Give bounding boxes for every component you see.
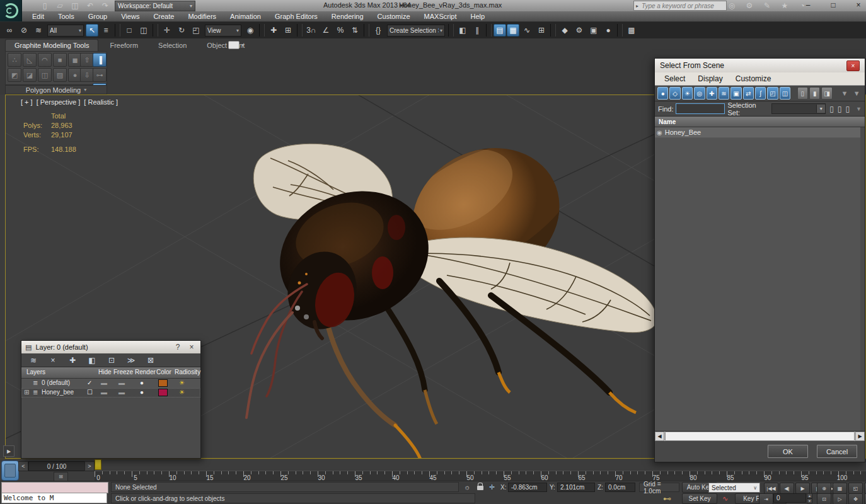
modifier-b-icon[interactable]: ◫ <box>38 68 52 82</box>
display-space-warps-icon[interactable]: ≋ <box>719 87 729 100</box>
material-editor-icon[interactable]: ◆ <box>558 24 572 37</box>
select-and-move-icon[interactable]: ✛ <box>160 24 174 37</box>
display-containers-icon[interactable]: ◰ <box>767 87 778 100</box>
layer-name[interactable]: Honey_bee <box>42 389 74 396</box>
transform-gizmo-icon[interactable]: ✛ <box>489 483 495 491</box>
scroll-left-icon[interactable]: ◀ <box>655 432 664 441</box>
selection-set-dropdown[interactable]: ▾ <box>771 103 826 114</box>
scroll-right-icon[interactable]: ▶ <box>855 432 865 441</box>
border-mode-icon[interactable]: ◠ <box>38 53 52 67</box>
minimize-button[interactable]: – <box>802 1 814 9</box>
display-frozen-icon[interactable]: ◫ <box>780 87 790 100</box>
infocenter-search[interactable]: ▸ <box>633 1 727 11</box>
open-file-icon[interactable]: ▱ <box>53 0 67 12</box>
ribbon-tab-selection[interactable]: Selection <box>149 40 195 51</box>
subscription-wrench-icon[interactable]: ⚙ <box>742 0 756 12</box>
filter-combinations-icon[interactable]: ▼ <box>839 87 850 100</box>
scene-menu-display[interactable]: Display <box>692 74 728 83</box>
key-mode-toggle-icon[interactable]: ⇥ <box>759 493 773 504</box>
keyboard-shortcut-override-icon[interactable]: ⊞ <box>281 24 295 37</box>
selection-set-filter-dropdown[interactable]: Selected ∨ <box>708 483 760 493</box>
scene-horizontal-scrollbar[interactable]: ◀ ▶ <box>655 431 865 441</box>
new-file-icon[interactable]: ▯ <box>38 0 52 12</box>
layer-color-swatch[interactable] <box>158 389 168 396</box>
spinner-up-icon[interactable]: ▲ <box>807 493 812 498</box>
display-groups-icon[interactable]: ▣ <box>730 87 741 100</box>
display-shapes-icon[interactable]: ◇ <box>669 87 680 100</box>
menu-item-views[interactable]: Views <box>114 11 146 22</box>
maxscript-macro-recorder[interactable] <box>1 482 108 493</box>
y-coordinate-field[interactable]: 2.101cm <box>557 483 595 492</box>
pan-view-icon[interactable]: ✥ <box>848 493 863 504</box>
zoom-extents-icon[interactable]: ◱ <box>848 483 863 494</box>
scene-list-item[interactable]: ◉Honey_Bee <box>655 127 860 138</box>
scene-list-header[interactable]: Name <box>655 117 865 127</box>
go-to-start-icon[interactable]: |◀◀ <box>764 483 778 494</box>
scene-menu-customize[interactable]: Customize <box>730 74 777 83</box>
display-bones-icon[interactable]: ʃ <box>755 87 766 100</box>
use-soft-selection-icon[interactable]: ▐ <box>93 53 107 67</box>
menu-item-group[interactable]: Group <box>81 11 115 22</box>
undo-icon[interactable]: ↶ <box>83 0 97 12</box>
layer-column-color[interactable]: Color <box>156 369 171 375</box>
more-options-icon[interactable]: ▼ <box>856 106 862 112</box>
menu-item-animation[interactable]: Animation <box>223 11 268 22</box>
set-key-button[interactable]: Set Key <box>682 493 717 504</box>
polygon-modeling-panel-title[interactable]: Polygon Modeling ▾ <box>5 85 107 94</box>
menu-item-help[interactable]: Help <box>464 11 492 22</box>
menu-item-maxscript[interactable]: MAXScript <box>417 11 464 22</box>
ribbon-config-button[interactable]: ▾ <box>228 40 245 49</box>
create-new-layer-icon[interactable]: ≋ <box>26 354 40 367</box>
display-xrefs-icon[interactable]: ⇄ <box>743 87 754 100</box>
ribbon-tab-freeform[interactable]: Freeform <box>101 40 147 51</box>
graphite-ribbon-toggle-icon[interactable]: ▦ <box>507 24 519 37</box>
previous-frame-icon[interactable]: ◀| <box>780 483 794 494</box>
modifier-a-icon[interactable]: ◪ <box>23 68 37 82</box>
render-setup-icon[interactable]: ⚙ <box>572 24 586 37</box>
layer-expander-icon[interactable]: ⊞ <box>24 389 29 396</box>
frame-indicator[interactable]: 0 / 100 <box>28 461 85 471</box>
unlink-selection-icon[interactable]: ⊘ <box>17 24 31 37</box>
layer-render-toggle[interactable]: ● <box>140 379 144 386</box>
menu-item-tools[interactable]: Tools <box>51 11 81 22</box>
previous-subobject-icon[interactable]: ⇩ <box>80 68 94 82</box>
mini-curve-editor-button[interactable]: ⊞ <box>54 472 68 481</box>
subtract-from-named-set-icon[interactable]: ▯ <box>838 105 842 113</box>
selection-filter-dropdown[interactable]: All▾ <box>47 25 84 37</box>
menu-item-customize[interactable]: Customize <box>371 11 417 22</box>
pin-stack-icon[interactable]: ◩ <box>8 68 21 82</box>
zoom-all-icon[interactable]: ▦ <box>833 483 847 494</box>
display-cameras-icon[interactable]: ◎ <box>694 87 705 100</box>
scene-menu-select[interactable]: Select <box>659 74 691 83</box>
menu-item-create[interactable]: Create <box>146 11 181 22</box>
vertex-mode-icon[interactable]: ∴ <box>8 53 21 67</box>
layer-hide-toggle[interactable]: ▬ <box>101 379 107 386</box>
previous-frame-button[interactable]: < <box>18 461 28 471</box>
next-frame-button[interactable]: > <box>84 461 95 471</box>
search-input[interactable] <box>640 2 719 10</box>
select-and-rotate-icon[interactable]: ↻ <box>175 24 188 37</box>
next-subobject-icon[interactable]: ⇧ <box>80 53 94 67</box>
help-button[interactable]: ? <box>173 343 183 352</box>
reference-coordinate-dropdown[interactable]: View▾ <box>205 25 241 37</box>
align-icon[interactable]: ∥ <box>470 24 484 37</box>
layer-icon[interactable]: ≣ <box>33 389 38 396</box>
select-and-scale-icon[interactable]: ◰ <box>189 24 203 37</box>
filter-sets-icon[interactable]: ▼ <box>852 87 862 100</box>
viewport-menu-general[interactable]: [ + ] <box>21 98 33 106</box>
x-coordinate-field[interactable]: -0.863cm <box>508 483 547 492</box>
ribbon-tab-graphite-modeling-tools[interactable]: Graphite Modeling Tools <box>5 39 98 51</box>
add-to-named-set-icon[interactable]: ▯ <box>829 105 834 113</box>
bind-to-space-warp-icon[interactable]: ≋ <box>32 24 45 37</box>
menu-item-modifiers[interactable]: Modifiers <box>181 11 223 22</box>
display-invert-icon[interactable]: ◨ <box>821 87 832 100</box>
field-of-view-icon[interactable]: ▷ <box>833 493 847 504</box>
select-objects-in-layer-icon[interactable]: ◧ <box>85 354 99 367</box>
rectangular-selection-region-icon[interactable]: □ <box>122 24 136 37</box>
display-lights-icon[interactable]: ☀ <box>682 87 693 100</box>
favorites-star-icon[interactable]: ★ <box>778 0 792 12</box>
viewport-menu-shading[interactable]: [ Realistic ] <box>84 98 118 106</box>
mirror-icon[interactable]: ◧ <box>456 24 470 37</box>
display-none-icon[interactable]: ▯ <box>797 87 808 100</box>
close-icon[interactable]: × <box>846 60 860 71</box>
